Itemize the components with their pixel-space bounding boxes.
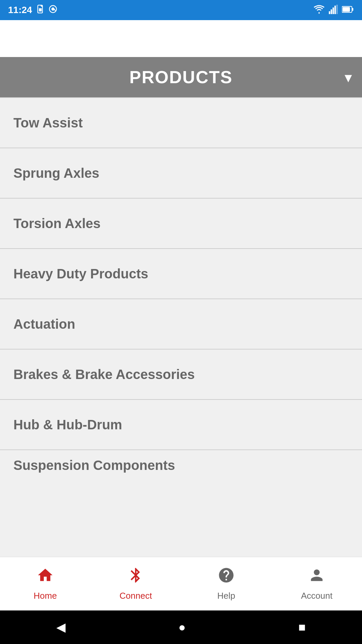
list-item[interactable]: Heavy Duty Products (0, 249, 362, 299)
home-icon (37, 567, 54, 588)
list-item[interactable]: Suspension Components (0, 450, 362, 480)
nav-item-home[interactable]: Home (0, 567, 90, 601)
home-button[interactable]: ● (178, 620, 186, 634)
list-item[interactable]: Sprung Axles (0, 148, 362, 198)
list-item[interactable]: Hub & Hub-Drum (0, 400, 362, 449)
svg-rect-11 (352, 8, 353, 11)
bottom-nav: Home Connect Help Account (0, 557, 362, 610)
list-item[interactable]: Torsion Axles (0, 199, 362, 248)
svg-rect-4 (329, 11, 330, 14)
nav-item-help[interactable]: Help (181, 567, 272, 601)
svg-rect-1 (39, 8, 42, 11)
battery-icon (342, 6, 354, 14)
product-item-label: Torsion Axles (13, 216, 101, 231)
recents-button[interactable]: ■ (298, 620, 306, 634)
list-item[interactable]: Brakes & Brake Accessories (0, 350, 362, 399)
nav-item-connect[interactable]: Connect (90, 567, 181, 601)
product-item-label: Hub & Hub-Drum (13, 417, 122, 432)
sim-card-icon (36, 4, 46, 16)
list-item[interactable]: Actuation (0, 299, 362, 349)
product-list: Tow Assist Sprung Axles Torsion Axles He… (0, 98, 362, 480)
help-icon (218, 567, 235, 588)
nav-connect-label: Connect (120, 591, 152, 601)
svg-rect-8 (336, 5, 338, 14)
nav-account-label: Account (301, 591, 333, 601)
top-gap (0, 20, 362, 57)
chevron-down-icon: ▾ (345, 69, 352, 86)
svg-rect-6 (333, 7, 334, 14)
back-button[interactable]: ◀ (56, 620, 66, 634)
products-title: PRODUCTS (129, 67, 233, 87)
list-item[interactable]: Tow Assist (0, 98, 362, 148)
nav-home-label: Home (34, 591, 57, 601)
svg-rect-10 (343, 7, 350, 12)
bluetooth-icon (127, 567, 144, 588)
products-header[interactable]: PRODUCTS ▾ (0, 57, 362, 97)
at-icon (48, 4, 58, 16)
wifi-icon (313, 5, 325, 15)
svg-rect-5 (331, 9, 332, 14)
android-nav-bar: ◀ ● ■ (0, 610, 362, 644)
svg-rect-7 (335, 6, 336, 14)
person-icon (308, 567, 325, 588)
product-item-label: Actuation (13, 317, 75, 332)
nav-item-account[interactable]: Account (272, 567, 362, 601)
nav-help-label: Help (217, 591, 235, 601)
status-time: 11:24 (8, 5, 32, 15)
product-item-label: Brakes & Brake Accessories (13, 367, 195, 382)
product-item-label: Heavy Duty Products (13, 266, 148, 281)
product-item-label: Suspension Components (13, 458, 175, 473)
svg-point-3 (51, 7, 54, 10)
product-item-label: Sprung Axles (13, 166, 99, 181)
signal-icon (328, 5, 339, 15)
product-item-label: Tow Assist (13, 115, 83, 130)
status-bar: 11:24 (0, 0, 362, 20)
